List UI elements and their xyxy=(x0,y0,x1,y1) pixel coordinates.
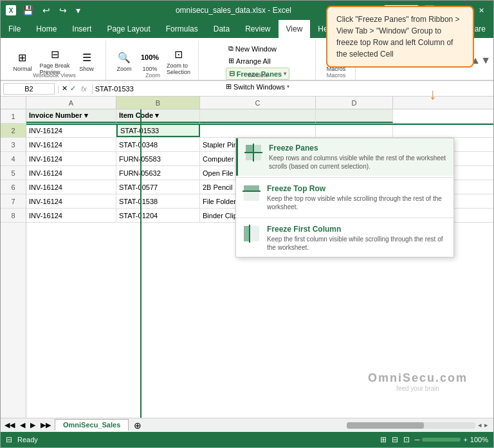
svg-rect-1 xyxy=(254,145,261,152)
status-ready-icon: ⊟ xyxy=(6,435,12,444)
cell-a4[interactable]: INV-16124 xyxy=(26,152,116,165)
freeze-first-col-desc: Keep the first column visible while scro… xyxy=(267,235,447,252)
tab-data[interactable]: Data xyxy=(206,20,237,38)
tab-insert[interactable]: Insert xyxy=(64,20,99,38)
show-icon: ☰ xyxy=(79,50,95,65)
tab-view[interactable]: View xyxy=(279,20,311,38)
show-btn[interactable]: ☰ Show xyxy=(75,48,98,73)
new-window-icon: ⧉ xyxy=(228,44,233,53)
cell-b1[interactable]: Item Code ▾ xyxy=(116,109,200,123)
ribbon-scroll-down[interactable]: ▼ xyxy=(480,55,491,66)
table-row: Invoice Number ▾ Item Code ▾ xyxy=(26,109,493,124)
sheet-prev-btn[interactable]: ◀◀ xyxy=(2,420,17,430)
zoom-btn[interactable]: 🔍 Zoom xyxy=(113,48,136,73)
add-sheet-btn[interactable]: ⊕ xyxy=(130,420,145,431)
cell-c1[interactable] xyxy=(200,109,316,123)
cell-a7[interactable]: INV-16124 xyxy=(26,194,116,208)
cell-a2[interactable]: INV-16124 xyxy=(26,124,116,137)
zoom-selection-icon: ⊡ xyxy=(171,46,187,62)
menu-divider-2 xyxy=(236,218,453,218)
macros-group-label: Macros xyxy=(327,72,346,79)
zoom-label: Zoom xyxy=(116,66,131,72)
table-row: INV-16124 STAT-01533 xyxy=(26,124,493,138)
cell-b5[interactable]: FURN-05632 xyxy=(116,166,200,180)
scroll-left-btn[interactable]: ◂ xyxy=(478,421,482,429)
corner-cell xyxy=(1,97,26,109)
cell-b4[interactable]: FURN-05583 xyxy=(116,152,200,165)
confirm-formula-btn[interactable]: ✓ xyxy=(70,84,76,93)
callout-text: Click "Freeze Panes" from Ribbon > View … xyxy=(336,15,460,59)
normal-view-status-btn[interactable]: ⊡ xyxy=(403,435,410,444)
svg-rect-0 xyxy=(246,145,253,152)
sheet-tab-bar: ◀◀ ◀ ▶ ▶▶ OmniSecu_Sales ⊕ ◂ ▸ xyxy=(1,418,493,432)
cell-a6[interactable]: INV-16124 xyxy=(26,180,116,194)
tab-file[interactable]: File xyxy=(1,20,28,38)
customize-btn[interactable]: ▾ xyxy=(73,4,83,17)
tab-page-layout[interactable]: Page Layout xyxy=(99,20,158,38)
menu-item-freeze-panes[interactable]: Freeze Panes Keep rows and columns visib… xyxy=(236,138,453,176)
tab-home[interactable]: Home xyxy=(28,20,64,38)
window-group: ⧉ New Window ⊞ Arrange All ⊟ Freeze Pane… xyxy=(200,41,316,80)
zoom-out-btn[interactable]: ─ xyxy=(415,436,420,443)
cell-b3[interactable]: STAT-00348 xyxy=(116,138,200,151)
cell-b2[interactable]: STAT-01533 xyxy=(116,124,200,137)
sheet-tab-omnisecu[interactable]: OmniSecu_Sales xyxy=(55,419,129,431)
quick-save-btn[interactable]: 💾 xyxy=(20,4,36,17)
horizontal-scrollbar[interactable] xyxy=(347,422,475,429)
row-header-4: 4 xyxy=(1,152,26,166)
arrange-all-btn[interactable]: ⊞ Arrange All xyxy=(226,55,273,66)
column-headers: A B C D xyxy=(1,97,493,109)
undo-btn[interactable]: ↩ xyxy=(40,4,53,17)
svg-rect-3 xyxy=(254,153,261,160)
col-header-c: C xyxy=(200,97,316,109)
watermark: OmniSecu.com feed your brain xyxy=(368,371,468,392)
name-box[interactable]: B2 xyxy=(3,83,55,95)
normal-label: Normal xyxy=(13,66,32,72)
freeze-first-col-icon xyxy=(242,225,261,243)
workbook-views-label: Workbook Views xyxy=(33,72,76,79)
tab-formulas[interactable]: Formulas xyxy=(158,20,206,38)
insert-function-btn[interactable]: ✕ xyxy=(62,84,68,93)
sheet-fwd-btn[interactable]: ▶ xyxy=(28,420,38,430)
sheet-back-btn[interactable]: ◀ xyxy=(17,420,28,430)
switch-windows-btn[interactable]: ⊞ Switch Windows ▾ xyxy=(223,81,292,92)
zoom-selection-btn[interactable]: ⊡ Zoom toSelection xyxy=(164,45,193,77)
cell-b8[interactable]: STAT-01204 xyxy=(116,209,200,222)
arrange-all-icon: ⊞ xyxy=(228,57,234,65)
status-bar: ⊟ Ready ⊞ ⊟ ⊡ ─ + 100% xyxy=(1,432,493,447)
freeze-top-row-icon xyxy=(242,184,261,202)
row-header-6: 6 xyxy=(1,180,26,194)
page-break-view-btn[interactable]: ⊟ xyxy=(392,435,398,444)
zoom-slider[interactable] xyxy=(422,438,461,442)
callout-tooltip: Click "Freeze Panes" from Ribbon > View … xyxy=(326,6,474,68)
cell-b7[interactable]: STAT-01538 xyxy=(116,194,200,208)
redo-btn[interactable]: ↪ xyxy=(57,4,69,17)
tab-review[interactable]: Review xyxy=(237,20,278,38)
show-label: Show xyxy=(79,66,94,72)
menu-item-freeze-top-row[interactable]: Freeze Top Row Keep the top row visible … xyxy=(236,179,453,216)
freeze-line-vertical xyxy=(140,109,142,418)
zoom-100-btn[interactable]: 100% 100% xyxy=(138,48,161,73)
cell-c2[interactable] xyxy=(200,124,316,137)
formula-divider: | xyxy=(57,84,59,93)
cell-a1[interactable]: Invoice Number ▾ xyxy=(26,109,116,123)
normal-view-btn[interactable]: ⊞ Normal xyxy=(10,48,34,73)
switch-dropdown-arrow: ▾ xyxy=(287,84,289,89)
cell-b6[interactable]: STAT-00577 xyxy=(116,180,200,194)
freeze-panes-icon: ⊟ xyxy=(229,70,235,78)
scroll-right-btn[interactable]: ▸ xyxy=(484,421,488,429)
cell-d2[interactable] xyxy=(316,124,393,137)
sheet-last-btn[interactable]: ▶▶ xyxy=(38,420,53,430)
page-layout-view-btn[interactable]: ⊞ xyxy=(380,435,387,444)
cell-a5[interactable]: INV-16124 xyxy=(26,166,116,180)
close-btn[interactable]: ✕ xyxy=(475,5,488,16)
freeze-panes-menu: Freeze Panes Keep rows and columns visib… xyxy=(235,138,454,257)
window-group-label: Window xyxy=(248,72,268,79)
cell-a8[interactable]: INV-16124 xyxy=(26,209,116,222)
row-header-7: 7 xyxy=(1,194,26,209)
menu-item-freeze-first-col[interactable]: Freeze First Column Keep the first colum… xyxy=(236,219,453,257)
new-window-btn[interactable]: ⧉ New Window xyxy=(226,43,279,54)
zoom-in-btn[interactable]: + xyxy=(463,436,467,443)
cell-d1[interactable] xyxy=(316,109,393,123)
cell-a3[interactable]: INV-16124 xyxy=(26,138,116,151)
